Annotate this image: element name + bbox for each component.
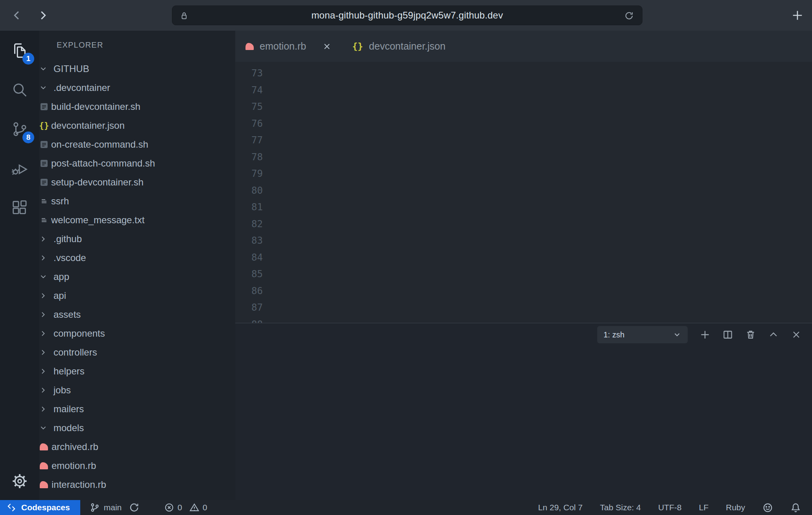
tree-item[interactable]: archived.rb	[39, 437, 235, 456]
explorer-badge: 1	[22, 53, 34, 65]
chevron-right-icon	[39, 311, 47, 319]
encoding[interactable]: UTF-8	[658, 503, 682, 512]
tree-item[interactable]: assets	[39, 305, 235, 324]
main-area: 1 8 EXPLORER	[0, 31, 812, 500]
problems-indicator[interactable]: 0 0	[164, 502, 207, 513]
terminal-select[interactable]: 1: zsh	[597, 326, 688, 343]
tree-item[interactable]: setup-devcontainer.sh	[39, 173, 235, 192]
split-terminal-button[interactable]	[722, 329, 733, 340]
tree-item[interactable]: controllers	[39, 343, 235, 362]
forward-icon[interactable]	[37, 9, 49, 21]
cursor-position[interactable]: Ln 29, Col 7	[538, 503, 583, 512]
close-panel-button[interactable]	[791, 329, 802, 340]
trash-icon	[745, 329, 756, 340]
activity-search[interactable]	[0, 70, 39, 109]
code-line: 82	[235, 216, 812, 233]
terminal-line	[249, 484, 812, 497]
extensions-icon	[11, 199, 29, 217]
editor-tabbar: emotion.rb {} devcontainer.json	[235, 31, 812, 62]
language-mode[interactable]: Ruby	[726, 503, 745, 512]
maximize-panel-button[interactable]	[768, 329, 779, 340]
chevron-right-icon	[39, 330, 47, 337]
line-number: 73	[235, 65, 263, 82]
tree-item[interactable]: post-attach-command.sh	[39, 154, 235, 173]
ruby-file-icon	[40, 443, 48, 450]
close-icon[interactable]	[322, 42, 332, 51]
activity-run-debug[interactable]	[0, 149, 39, 188]
tree-item[interactable]: on-create-command.sh	[39, 135, 235, 154]
tree-item[interactable]: helpers	[39, 362, 235, 381]
close-icon	[791, 329, 802, 340]
explorer-sidebar: EXPLORER GITHUB	[39, 31, 235, 500]
tree-item-label: on-create-command.sh	[51, 139, 148, 150]
terminal-line	[249, 471, 812, 484]
bottom-panel: 1: zsh	[235, 323, 812, 500]
tree-item[interactable]: build-devcontainer.sh	[39, 97, 235, 116]
feedback-button[interactable]	[762, 502, 773, 513]
tree-item[interactable]: GITHUB	[39, 59, 235, 78]
status-bar: Codespaces main 0 0 Ln 29, Col 7 Tab Siz…	[0, 500, 812, 515]
terminal-output[interactable]	[235, 346, 812, 500]
address-bar[interactable]: mona-github-github-g59jpq2w5w7.github.de…	[172, 6, 642, 25]
tree-item[interactable]: mailers	[39, 400, 235, 419]
tree-item[interactable]: interaction.rb	[39, 475, 235, 494]
tree-item-label: GITHUB	[54, 63, 89, 74]
tree-item[interactable]: .github	[39, 230, 235, 248]
panel-tabs	[251, 323, 333, 346]
new-tab-icon[interactable]	[792, 9, 803, 21]
browser-nav	[11, 0, 49, 31]
activity-explorer[interactable]: 1	[0, 31, 39, 70]
ruby-file-icon	[40, 481, 48, 488]
tree-item[interactable]: emotion.rb	[39, 456, 235, 475]
line-number: 80	[235, 182, 263, 199]
tree-item[interactable]: components	[39, 324, 235, 343]
chevron-right-icon	[39, 254, 47, 262]
tree-item-label: jobs	[54, 385, 71, 396]
tree-item[interactable]: welcome_message.txt	[39, 211, 235, 230]
codespaces-remote-button[interactable]: Codespaces	[0, 500, 80, 515]
smiley-icon	[762, 502, 773, 513]
plus-icon	[699, 329, 710, 340]
ruby-file-icon	[245, 43, 254, 50]
activity-extensions[interactable]	[0, 188, 39, 228]
indentation[interactable]: Tab Size: 4	[600, 503, 641, 512]
tree-item-label: .vscode	[54, 252, 86, 263]
settings-button[interactable]	[0, 462, 39, 500]
tree-item[interactable]: ssrh	[39, 192, 235, 211]
tree-item[interactable]: .devcontainer	[39, 78, 235, 97]
branch-indicator[interactable]: main	[90, 502, 140, 513]
codespaces-label: Codespaces	[21, 503, 70, 512]
tree-item-label: .github	[54, 233, 82, 245]
reload-icon[interactable]	[624, 11, 634, 21]
activity-bar: 1 8	[0, 31, 39, 500]
tree-item[interactable]: api	[39, 286, 235, 305]
tree-item[interactable]: jobs	[39, 381, 235, 400]
kill-terminal-button[interactable]	[745, 329, 756, 340]
editor-tab[interactable]: emotion.rb	[235, 31, 342, 62]
new-terminal-button[interactable]	[699, 329, 710, 340]
code-line: 79	[235, 165, 812, 182]
shell-file-icon	[39, 159, 49, 168]
code-editor[interactable]: 73 74 75 76 77 78 79 80 81 82	[235, 62, 812, 323]
terminal-line	[249, 378, 812, 391]
activity-source-control[interactable]: 8	[0, 109, 39, 149]
tree-item[interactable]: models	[39, 419, 235, 437]
tree-item-label: devcontainer.json	[51, 120, 125, 131]
tree-item[interactable]: {} devcontainer.json	[39, 116, 235, 135]
chevron-down-icon	[673, 330, 681, 339]
line-number: 83	[235, 232, 263, 249]
lock-icon[interactable]	[179, 11, 189, 20]
codespaces-window: mona-github-github-g59jpq2w5w7.github.de…	[0, 0, 812, 515]
tab-label: devcontainer.json	[369, 41, 446, 52]
back-icon[interactable]	[11, 9, 23, 21]
sync-icon[interactable]	[129, 502, 140, 513]
tree-item-label: components	[54, 328, 105, 339]
editor-tab[interactable]: {} devcontainer.json	[342, 31, 456, 62]
eol-sequence[interactable]: LF	[699, 503, 709, 512]
notifications-button[interactable]	[790, 502, 801, 513]
url-text: mona-github-github-g59jpq2w5w7.github.de…	[311, 10, 503, 21]
sidebar-title: EXPLORER	[39, 31, 235, 59]
tree-item[interactable]: app	[39, 267, 235, 286]
errors-count: 0	[177, 503, 182, 512]
tree-item[interactable]: .vscode	[39, 248, 235, 267]
